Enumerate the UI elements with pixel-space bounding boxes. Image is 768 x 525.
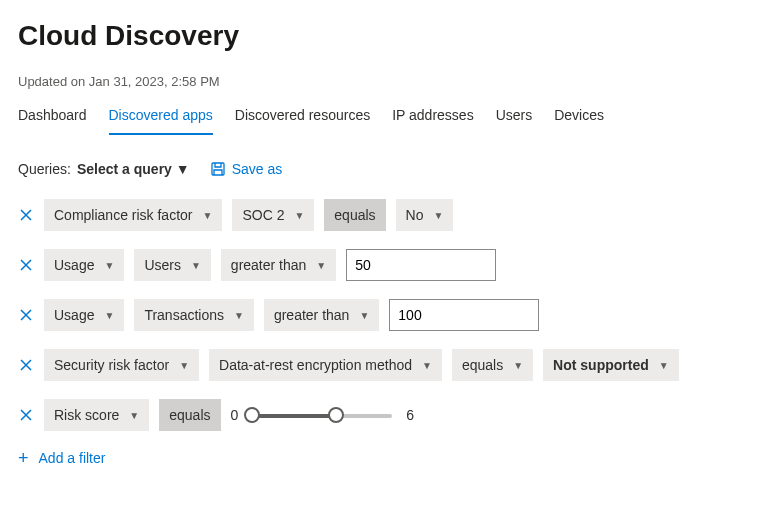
remove-filter-button[interactable] bbox=[18, 357, 34, 373]
remove-filter-button[interactable] bbox=[18, 407, 34, 423]
chevron-down-icon: ▼ bbox=[179, 360, 189, 371]
risk-score-slider[interactable]: 0 6 bbox=[231, 406, 415, 424]
filter-subfield-label: Transactions bbox=[144, 307, 224, 323]
queries-label: Queries: bbox=[18, 161, 71, 177]
filter-row: Compliance risk factor ▼ SOC 2 ▼ equals … bbox=[18, 199, 750, 231]
filter-value-input[interactable] bbox=[346, 249, 496, 281]
filter-row: Usage ▼ Users ▼ greater than ▼ bbox=[18, 249, 750, 281]
filter-row: Usage ▼ Transactions ▼ greater than ▼ bbox=[18, 299, 750, 331]
updated-timestamp: Updated on Jan 31, 2023, 2:58 PM bbox=[18, 74, 750, 89]
filter-value-dropdown[interactable]: Not supported ▼ bbox=[543, 349, 679, 381]
filter-operator-dropdown[interactable]: equals bbox=[159, 399, 220, 431]
chevron-down-icon: ▼ bbox=[104, 310, 114, 321]
chevron-down-icon: ▼ bbox=[422, 360, 432, 371]
save-as-label: Save as bbox=[232, 161, 283, 177]
queries-select-label: Select a query bbox=[77, 161, 172, 177]
slider-min-label: 0 bbox=[231, 407, 239, 423]
filter-operator-dropdown[interactable]: equals ▼ bbox=[452, 349, 533, 381]
chevron-down-icon: ▼ bbox=[513, 360, 523, 371]
chevron-down-icon: ▼ bbox=[659, 360, 669, 371]
slider-max-label: 6 bbox=[406, 407, 414, 423]
close-icon bbox=[18, 307, 34, 323]
chevron-down-icon: ▼ bbox=[203, 210, 213, 221]
filter-operator-label: greater than bbox=[274, 307, 350, 323]
filter-value-label: Not supported bbox=[553, 357, 649, 373]
remove-filter-button[interactable] bbox=[18, 307, 34, 323]
filter-field-label: Risk score bbox=[54, 407, 119, 423]
slider-track-fill bbox=[252, 414, 336, 418]
slider-thumb-min[interactable] bbox=[244, 407, 260, 423]
save-as-button[interactable]: Save as bbox=[210, 161, 283, 177]
tab-discovered-resources[interactable]: Discovered resources bbox=[235, 99, 370, 135]
filter-field-dropdown[interactable]: Usage ▼ bbox=[44, 299, 124, 331]
chevron-down-icon: ▼ bbox=[316, 260, 326, 271]
remove-filter-button[interactable] bbox=[18, 207, 34, 223]
filter-operator-label: equals bbox=[334, 207, 375, 223]
chevron-down-icon: ▼ bbox=[294, 210, 304, 221]
tab-users[interactable]: Users bbox=[496, 99, 533, 135]
slider-thumb-max[interactable] bbox=[328, 407, 344, 423]
filter-subfield-dropdown[interactable]: Data-at-rest encryption method ▼ bbox=[209, 349, 442, 381]
tab-ip-addresses[interactable]: IP addresses bbox=[392, 99, 473, 135]
queries-select[interactable]: Select a query ▼ bbox=[77, 161, 190, 177]
chevron-down-icon: ▼ bbox=[104, 260, 114, 271]
close-icon bbox=[18, 357, 34, 373]
slider-track[interactable] bbox=[252, 406, 392, 424]
filter-field-label: Usage bbox=[54, 307, 94, 323]
filter-operator-label: equals bbox=[462, 357, 503, 373]
chevron-down-icon: ▼ bbox=[176, 161, 190, 177]
filter-operator-dropdown[interactable]: equals bbox=[324, 199, 385, 231]
filter-field-label: Usage bbox=[54, 257, 94, 273]
filter-subfield-dropdown[interactable]: SOC 2 ▼ bbox=[232, 199, 314, 231]
filter-field-dropdown[interactable]: Usage ▼ bbox=[44, 249, 124, 281]
tab-discovered-apps[interactable]: Discovered apps bbox=[109, 99, 213, 135]
filter-subfield-label: SOC 2 bbox=[242, 207, 284, 223]
filter-field-label: Compliance risk factor bbox=[54, 207, 193, 223]
filter-operator-dropdown[interactable]: greater than ▼ bbox=[264, 299, 379, 331]
save-icon bbox=[210, 161, 226, 177]
chevron-down-icon: ▼ bbox=[129, 410, 139, 421]
filter-subfield-label: Users bbox=[144, 257, 181, 273]
filter-field-label: Security risk factor bbox=[54, 357, 169, 373]
filter-subfield-label: Data-at-rest encryption method bbox=[219, 357, 412, 373]
filter-operator-label: equals bbox=[169, 407, 210, 423]
filter-value-input[interactable] bbox=[389, 299, 539, 331]
chevron-down-icon: ▼ bbox=[191, 260, 201, 271]
filter-value-dropdown[interactable]: No ▼ bbox=[396, 199, 454, 231]
filter-value-label: No bbox=[406, 207, 424, 223]
tab-dashboard[interactable]: Dashboard bbox=[18, 99, 87, 135]
add-filter-label: Add a filter bbox=[39, 450, 106, 466]
filter-subfield-dropdown[interactable]: Users ▼ bbox=[134, 249, 210, 281]
filter-field-dropdown[interactable]: Compliance risk factor ▼ bbox=[44, 199, 222, 231]
chevron-down-icon: ▼ bbox=[434, 210, 444, 221]
plus-icon: + bbox=[18, 449, 29, 467]
filter-row: Security risk factor ▼ Data-at-rest encr… bbox=[18, 349, 750, 381]
filter-field-dropdown[interactable]: Risk score ▼ bbox=[44, 399, 149, 431]
queries-row: Queries: Select a query ▼ Save as bbox=[18, 161, 750, 177]
filter-field-dropdown[interactable]: Security risk factor ▼ bbox=[44, 349, 199, 381]
close-icon bbox=[18, 207, 34, 223]
chevron-down-icon: ▼ bbox=[359, 310, 369, 321]
chevron-down-icon: ▼ bbox=[234, 310, 244, 321]
remove-filter-button[interactable] bbox=[18, 257, 34, 273]
close-icon bbox=[18, 407, 34, 423]
close-icon bbox=[18, 257, 34, 273]
filter-operator-dropdown[interactable]: greater than ▼ bbox=[221, 249, 336, 281]
page-title: Cloud Discovery bbox=[18, 0, 750, 60]
tabs-nav: Dashboard Discovered apps Discovered res… bbox=[18, 99, 750, 135]
filter-operator-label: greater than bbox=[231, 257, 307, 273]
filter-row: Risk score ▼ equals 0 6 bbox=[18, 399, 750, 431]
tab-devices[interactable]: Devices bbox=[554, 99, 604, 135]
add-filter-button[interactable]: + Add a filter bbox=[18, 449, 750, 467]
filter-subfield-dropdown[interactable]: Transactions ▼ bbox=[134, 299, 254, 331]
